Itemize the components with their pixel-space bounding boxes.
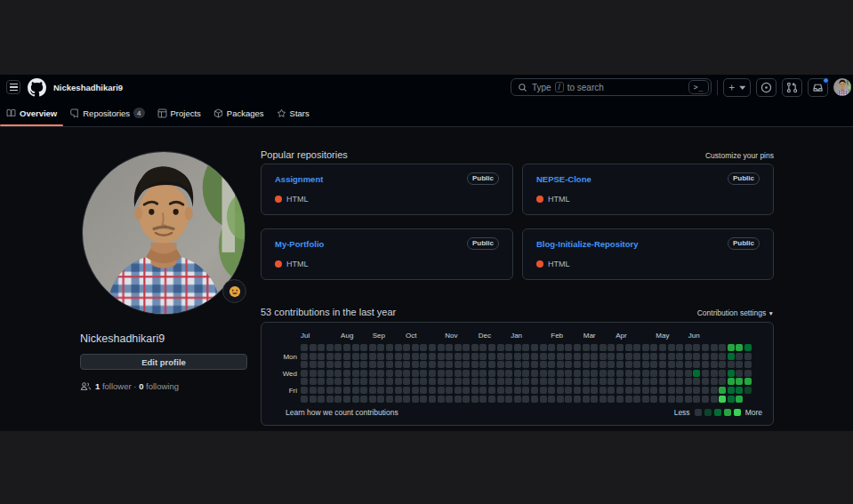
contribution-cell[interactable]: [685, 370, 692, 377]
contribution-cell[interactable]: [446, 396, 453, 403]
contribution-cell[interactable]: [642, 353, 649, 360]
contribution-cell[interactable]: [412, 353, 419, 360]
contribution-cell[interactable]: [455, 344, 462, 351]
contribution-cell[interactable]: [369, 378, 376, 385]
contribution-cell[interactable]: [591, 344, 598, 351]
inbox-button[interactable]: [808, 78, 828, 97]
contribution-cell[interactable]: [343, 396, 350, 403]
contribution-cell[interactable]: [625, 344, 632, 351]
contribution-cell[interactable]: [395, 361, 402, 368]
contribution-cell[interactable]: [318, 361, 325, 368]
contribution-cell[interactable]: [616, 387, 624, 394]
contribution-cell[interactable]: [531, 353, 538, 360]
contribution-cell[interactable]: [728, 378, 735, 385]
contribution-cell[interactable]: [395, 353, 402, 360]
contribution-cell[interactable]: [343, 378, 350, 385]
contribution-cell[interactable]: [540, 353, 547, 360]
contribution-cell[interactable]: [429, 353, 436, 360]
contribution-cell[interactable]: [301, 361, 308, 368]
contribution-cell[interactable]: [531, 378, 538, 385]
create-new-button[interactable]: [723, 78, 751, 97]
contribution-cell[interactable]: [557, 396, 564, 403]
contribution-cell[interactable]: [514, 361, 521, 368]
contribution-cell[interactable]: [668, 396, 675, 403]
contribution-cell[interactable]: [334, 361, 342, 368]
contribution-cell[interactable]: [625, 353, 632, 360]
contribution-cell[interactable]: [479, 361, 487, 368]
contribution-cell[interactable]: [659, 396, 666, 403]
contribution-cell[interactable]: [420, 387, 427, 394]
contribution-cell[interactable]: [736, 387, 743, 394]
contribution-cell[interactable]: [736, 370, 743, 377]
contribution-cell[interactable]: [676, 387, 683, 394]
contribution-cell[interactable]: [352, 344, 359, 351]
repo-name-link[interactable]: Assignment: [275, 174, 323, 184]
contribution-cell[interactable]: [497, 378, 504, 385]
tab-repositories[interactable]: Repositories 4: [63, 100, 150, 126]
contribution-cell[interactable]: [728, 370, 735, 377]
contribution-cell[interactable]: [360, 378, 367, 385]
contribution-cell[interactable]: [633, 344, 640, 351]
contribution-cell[interactable]: [616, 396, 624, 403]
contribution-cell[interactable]: [736, 353, 743, 360]
contribution-cell[interactable]: [676, 344, 683, 351]
contribution-cell[interactable]: [744, 370, 752, 377]
contribution-cell[interactable]: [728, 344, 735, 351]
contribution-cell[interactable]: [420, 370, 427, 377]
contribution-cell[interactable]: [343, 361, 350, 368]
contribution-cell[interactable]: [642, 344, 649, 351]
contribution-cell[interactable]: [557, 353, 564, 360]
contribution-cell[interactable]: [446, 387, 453, 394]
contribution-cell[interactable]: [497, 344, 504, 351]
contribution-cell[interactable]: [369, 370, 376, 377]
contribution-cell[interactable]: [403, 387, 410, 394]
contribution-cell[interactable]: [403, 396, 410, 403]
contribution-cell[interactable]: [548, 378, 555, 385]
status-emoji-badge[interactable]: [222, 279, 246, 303]
contribution-cell[interactable]: [650, 378, 657, 385]
contribution-cell[interactable]: [446, 344, 453, 351]
repo-name-link[interactable]: Blog-Initialize-Repository: [536, 239, 639, 249]
contribution-cell[interactable]: [429, 370, 436, 377]
contribution-cell[interactable]: [334, 344, 342, 351]
contribution-cell[interactable]: [548, 370, 555, 377]
contribution-cell[interactable]: [685, 361, 692, 368]
contribution-cell[interactable]: [360, 344, 367, 351]
contribution-cell[interactable]: [412, 387, 419, 394]
contribution-cell[interactable]: [719, 396, 726, 403]
contribution-cell[interactable]: [676, 370, 683, 377]
contribution-cell[interactable]: [369, 344, 376, 351]
contribution-cell[interactable]: [395, 378, 402, 385]
contribution-cell[interactable]: [386, 387, 393, 394]
contribution-cell[interactable]: [522, 353, 529, 360]
contribution-cell[interactable]: [301, 387, 308, 394]
contribution-cell[interactable]: [420, 344, 427, 351]
hamburger-menu-button[interactable]: [6, 80, 20, 94]
contribution-cell[interactable]: [471, 378, 479, 385]
contribution-cell[interactable]: [650, 387, 657, 394]
contribution-cell[interactable]: [497, 370, 504, 377]
contribution-cell[interactable]: [318, 344, 325, 351]
contribution-cell[interactable]: [719, 344, 726, 351]
tab-overview[interactable]: Overview: [0, 100, 63, 126]
contribution-cell[interactable]: [488, 361, 495, 368]
contribution-cell[interactable]: [574, 396, 581, 403]
contribution-cell[interactable]: [310, 370, 317, 377]
contribution-cell[interactable]: [377, 344, 384, 351]
contribution-cell[interactable]: [455, 378, 462, 385]
contribution-cell[interactable]: [616, 344, 624, 351]
contribution-cell[interactable]: [310, 387, 317, 394]
contribution-cell[interactable]: [377, 396, 384, 403]
contribution-cell[interactable]: [591, 361, 598, 368]
contribution-cell[interactable]: [479, 344, 487, 351]
tab-projects[interactable]: Projects: [151, 100, 207, 126]
header-avatar[interactable]: [833, 78, 851, 96]
contribution-cell[interactable]: [514, 396, 521, 403]
repo-name-link[interactable]: NEPSE-Clone: [536, 174, 591, 184]
contribution-cell[interactable]: [412, 344, 419, 351]
contribution-cell[interactable]: [685, 378, 692, 385]
contribution-cell[interactable]: [659, 378, 666, 385]
contribution-cell[interactable]: [625, 387, 632, 394]
contribution-cell[interactable]: [343, 387, 350, 394]
profile-avatar[interactable]: [82, 151, 245, 315]
